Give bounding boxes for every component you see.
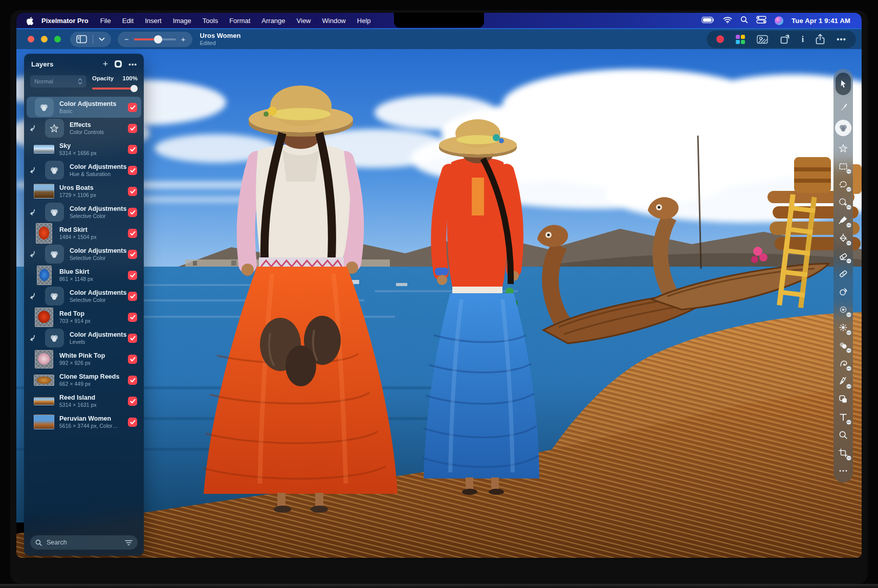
control-center-icon[interactable] xyxy=(756,16,766,25)
zoom-tool[interactable] xyxy=(838,429,849,441)
menu-edit[interactable]: Edit xyxy=(117,17,139,25)
more-tools[interactable] xyxy=(838,465,849,476)
share-button[interactable] xyxy=(816,34,825,45)
siri-icon[interactable] xyxy=(775,16,783,25)
layer-row-red-skirt[interactable]: Red Skirt1484 × 1504 px xyxy=(27,223,141,244)
type-tool[interactable] xyxy=(838,411,849,423)
layer-row-blue-skirt[interactable]: Blue Skirt861 × 1148 px xyxy=(27,265,141,286)
paint-tool[interactable] xyxy=(838,214,849,226)
menu-clock[interactable]: Tue Apr 1 9:41 AM xyxy=(792,17,850,25)
rect-select-tool[interactable] xyxy=(838,161,849,172)
sidebar-toggle-icon[interactable] xyxy=(76,35,87,43)
warp-tool[interactable] xyxy=(838,358,849,369)
crop-tool[interactable] xyxy=(838,447,849,459)
free-select-tool[interactable] xyxy=(838,179,849,190)
opacity-slider[interactable] xyxy=(92,85,138,92)
layer-visibility-checkbox[interactable] xyxy=(128,271,137,280)
info-button[interactable]: i xyxy=(802,35,804,44)
style-tool[interactable] xyxy=(838,102,849,113)
layer-visibility-checkbox[interactable] xyxy=(128,355,137,364)
battery-icon[interactable] xyxy=(701,16,715,25)
layer-visibility-checkbox[interactable] xyxy=(128,250,137,259)
layer-row-color-adjustments[interactable]: Color AdjustmentsSelective Color xyxy=(27,286,141,307)
layer-row-color-adjustments[interactable]: Color AdjustmentsSelective Color xyxy=(27,244,141,265)
wifi-icon[interactable] xyxy=(723,16,732,25)
effects-button[interactable] xyxy=(757,35,768,44)
repair-tool[interactable] xyxy=(838,268,849,279)
layer-row-peruvian-women[interactable]: Peruvian Women5616 × 3744 px, Color Adju… xyxy=(27,411,141,432)
filter-icon[interactable] xyxy=(125,540,133,546)
layer-visibility-checkbox[interactable] xyxy=(128,313,137,322)
layer-visibility-checkbox[interactable] xyxy=(128,103,137,112)
opacity-slider-knob[interactable] xyxy=(130,85,138,92)
layer-visibility-checkbox[interactable] xyxy=(128,376,137,385)
layer-row-color-adjustments[interactable]: Color AdjustmentsHue & Saturation xyxy=(27,160,141,181)
menu-tools[interactable]: Tools xyxy=(197,17,224,25)
color-swatches-button[interactable] xyxy=(736,35,745,44)
layer-visibility-checkbox[interactable] xyxy=(128,229,137,238)
close-button[interactable] xyxy=(28,36,34,42)
menu-file[interactable]: File xyxy=(95,17,117,25)
layer-row-white-pink-top[interactable]: White Pink Top992 × 926 px xyxy=(27,349,141,369)
erase-tool[interactable] xyxy=(838,250,849,262)
sharpen-tool[interactable] xyxy=(838,322,849,333)
layer-row-reed-island[interactable]: Reed Island5314 × 1631 px xyxy=(27,390,141,411)
layer-visibility-checkbox[interactable] xyxy=(128,334,137,343)
effects-tool[interactable] xyxy=(838,143,849,154)
layer-thumbnail xyxy=(34,265,54,286)
layers-options-button[interactable]: ••• xyxy=(128,60,137,68)
zoom-slider[interactable] xyxy=(134,38,176,40)
color-adjustments-tool[interactable] xyxy=(835,120,851,136)
layer-row-color-adjustments[interactable]: Color AdjustmentsSelective Color xyxy=(27,202,141,223)
layer-visibility-checkbox[interactable] xyxy=(128,292,137,301)
layer-name: Effects xyxy=(70,121,104,129)
zoom-in-button[interactable]: + xyxy=(181,35,186,43)
layer-name: Color Adjustments xyxy=(59,100,116,108)
clone-tool[interactable] xyxy=(838,286,849,297)
fill-tool[interactable] xyxy=(838,232,849,244)
layer-visibility-checkbox[interactable] xyxy=(128,124,137,133)
layer-row-color-adjustments[interactable]: Color AdjustmentsLevels xyxy=(27,328,141,349)
minimize-button[interactable] xyxy=(41,36,48,42)
layer-visibility-checkbox[interactable] xyxy=(128,208,137,217)
soften-tool[interactable] xyxy=(838,304,849,315)
menu-format[interactable]: Format xyxy=(224,17,256,25)
layer-visibility-checkbox[interactable] xyxy=(128,397,137,406)
menu-app-name[interactable]: Pixelmator Pro xyxy=(41,17,89,25)
more-options-button[interactable]: ••• xyxy=(837,35,846,43)
pen-tool[interactable] xyxy=(838,376,849,387)
layer-row-color-adjustments[interactable]: Color AdjustmentsBasic xyxy=(27,97,141,118)
menu-help[interactable]: Help xyxy=(352,17,377,25)
smudge-tool[interactable] xyxy=(838,340,849,351)
add-mask-button[interactable] xyxy=(114,60,122,68)
menu-window[interactable]: Window xyxy=(317,17,352,25)
layer-row-uros-boats[interactable]: Uros Boats1729 × 1106 px xyxy=(27,181,141,202)
add-layer-button[interactable]: + xyxy=(103,59,108,69)
menu-view[interactable]: View xyxy=(291,17,317,25)
spotlight-search-icon[interactable] xyxy=(740,16,748,25)
layer-row-effects[interactable]: EffectsColor Controls xyxy=(27,118,141,139)
zoom-window-button[interactable] xyxy=(54,36,61,42)
canvas-size-button[interactable] xyxy=(780,34,790,45)
menu-insert[interactable]: Insert xyxy=(139,17,167,25)
quick-select-tool[interactable] xyxy=(838,197,849,208)
layer-visibility-checkbox[interactable] xyxy=(128,145,137,154)
zoom-out-button[interactable]: − xyxy=(124,35,129,43)
apple-menu-icon[interactable] xyxy=(24,16,37,25)
arrange-tool[interactable] xyxy=(836,73,851,95)
menu-image[interactable]: Image xyxy=(167,17,197,25)
record-indicator[interactable] xyxy=(716,35,724,43)
blend-mode-select[interactable]: Normal xyxy=(30,75,86,88)
shapes-tool[interactable] xyxy=(838,394,849,405)
layer-visibility-checkbox[interactable] xyxy=(128,187,137,196)
search-input[interactable] xyxy=(46,538,121,547)
tool-options-badge xyxy=(846,455,851,461)
sidebar-chevron-icon[interactable] xyxy=(99,37,105,41)
layer-row-clone-stamp-reeds[interactable]: Clone Stamp Reeds662 × 449 px xyxy=(27,369,141,390)
layer-visibility-checkbox[interactable] xyxy=(128,418,137,427)
layer-row-red-top[interactable]: Red Top703 × 914 px xyxy=(27,307,141,328)
zoom-slider-knob[interactable] xyxy=(154,35,162,43)
menu-arrange[interactable]: Arrange xyxy=(256,17,291,25)
layer-row-sky[interactable]: Sky5314 × 1656 px xyxy=(27,139,141,160)
layer-visibility-checkbox[interactable] xyxy=(128,166,137,175)
